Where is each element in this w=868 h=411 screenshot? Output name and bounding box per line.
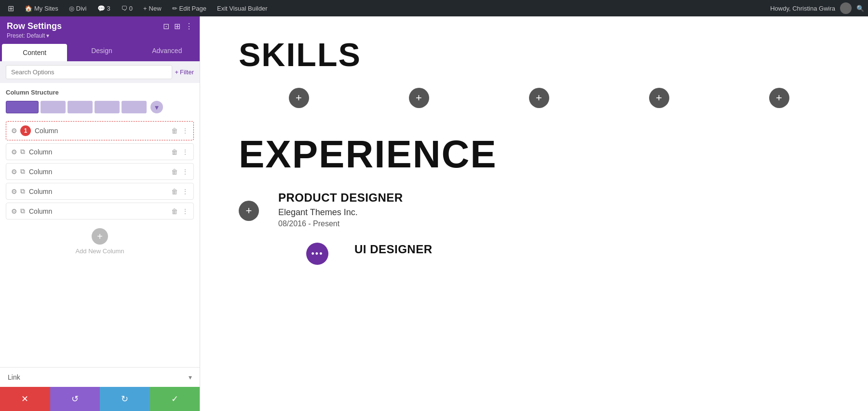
chat-icon: 🗨 [121,5,127,12]
exp-content-col-2: UI DESIGNER [354,243,839,256]
filter-button[interactable]: + Filter [175,68,194,76]
col2-settings-icon[interactable]: ⚙ [11,148,17,156]
undo-button[interactable]: ↺ [50,387,100,411]
col5-settings-icon[interactable]: ⚙ [11,207,17,215]
col4-settings-icon[interactable]: ⚙ [11,188,17,195]
tab-content-label: Content [23,49,46,56]
tab-advanced[interactable]: Advanced [135,42,200,61]
edit-page-item[interactable]: ✏ Edit Page [168,0,210,16]
exp-content-col-1: PRODUCT DESIGNER Elegant Themes Inc. 08/… [278,191,839,243]
tab-content[interactable]: Content [2,44,67,61]
col1-actions: 🗑 ⋮ [171,127,189,135]
col1-badge: 1 [20,125,31,136]
sidebar-header: Row Settings ⊡ ⊞ ⋮ Preset: Default ▾ [0,16,200,42]
add-module-btn-1[interactable]: + [289,88,309,108]
col4-icons: ⚙ ⧉ [11,187,25,195]
col4-delete-icon[interactable]: 🗑 [171,188,178,195]
col5-actions: 🗑 ⋮ [171,207,189,215]
col4-copy-icon[interactable]: ⧉ [20,187,25,195]
add-module-btn-2[interactable]: + [409,88,429,108]
wordpress-icon: ⊞ [8,4,14,13]
layout-more-button[interactable]: ▾ [150,101,163,113]
column-row-1: ⚙ 1 Column 🗑 ⋮ [6,121,194,140]
col4-more-icon[interactable]: ⋮ [182,188,189,195]
sidebar-content: Column Structure ▾ ⚙ 1 Column [0,83,200,367]
search-input[interactable] [6,65,172,79]
sidebar-preset[interactable]: Preset: Default ▾ [7,32,193,39]
exit-builder-item[interactable]: Exit Visual Builder [213,0,271,16]
user-greeting: Howdy, Christina Gwira [770,5,835,12]
comment-pending-item[interactable]: 🗨 0 [117,0,136,16]
add-module-btn-4[interactable]: + [649,88,669,108]
experience-row-1: + PRODUCT DESIGNER Elegant Themes Inc. 0… [239,191,839,243]
confirm-button[interactable]: ✓ [150,387,200,411]
exp-add-module-btn[interactable]: + [239,201,259,221]
col2-delete-icon[interactable]: 🗑 [171,148,178,156]
columns-icon[interactable]: ⊞ [174,22,180,31]
col1-settings-icon[interactable]: ⚙ [11,127,17,135]
admin-bar-right: Howdy, Christina Gwira 🔍 [770,2,864,14]
my-sites-item[interactable]: 🏠 My Sites [21,0,62,16]
wp-icon-item[interactable]: ⊞ [4,0,18,16]
add-module-btn-3[interactable]: + [529,88,549,108]
my-sites-label: My Sites [34,5,58,12]
redo-icon: ↻ [121,394,128,404]
column-structure-section: Column Structure ▾ [6,89,194,113]
exp-company-1: Elegant Themes Inc. [278,207,839,218]
redo-button[interactable]: ↻ [100,387,150,411]
link-section: Link ▾ [0,367,200,387]
col3-delete-icon[interactable]: 🗑 [171,168,178,176]
search-admin-icon[interactable]: 🔍 [856,5,864,12]
user-avatar [840,2,852,14]
col5-icons: ⚙ ⧉ [11,207,25,215]
layout-2col-button[interactable] [41,101,66,113]
link-header[interactable]: Link ▾ [8,373,192,381]
edit-page-label: Edit Page [179,5,206,12]
col2-more-icon[interactable]: ⋮ [182,148,189,156]
col5-more-icon[interactable]: ⋮ [182,207,189,215]
search-area: + Filter [0,61,200,83]
pencil-icon: ✏ [172,5,177,12]
sidebar-header-icons: ⊡ ⊞ ⋮ [163,22,193,31]
add-module-btn-5[interactable]: + [769,88,789,108]
col2-copy-icon[interactable]: ⧉ [20,148,25,156]
more-icon[interactable]: ⋮ [185,22,193,31]
floating-dot: ••• [306,243,328,265]
col3-settings-icon[interactable]: ⚙ [11,168,17,176]
skills-modules-row: + + + + + [239,88,839,108]
exp-add-col-1: + [239,191,259,221]
col3-label: Column [29,168,171,176]
col5-copy-icon[interactable]: ⧉ [20,207,25,215]
layout-3col-button[interactable] [68,101,93,113]
layout-1col-button[interactable] [6,101,39,113]
comments-item[interactable]: 💬 3 [94,0,114,16]
cancel-icon: ✕ [21,394,28,404]
exp-date-1: 08/2016 - Present [278,219,839,228]
col3-copy-icon[interactable]: ⧉ [20,167,25,176]
col1-delete-icon[interactable]: 🗑 [171,127,178,135]
divi-item[interactable]: ◎ Divi [65,0,91,16]
layout-5col-button[interactable] [122,101,147,113]
admin-bar: ⊞ 🏠 My Sites ◎ Divi 💬 3 🗨 0 + New ✏ Edit… [0,0,868,16]
preset-label: Preset: Default [7,32,45,39]
col2-actions: 🗑 ⋮ [171,148,189,156]
experience-row-2: ••• UI DESIGNER [239,243,839,256]
column-row-5: ⚙ ⧉ Column 🗑 ⋮ [6,203,194,219]
resize-icon[interactable]: ⊡ [163,22,169,31]
dot-dots: ••• [312,249,324,259]
filter-plus-icon: + [175,68,179,76]
new-item[interactable]: + New [139,0,165,16]
col2-label: Column [29,148,171,156]
link-chevron-icon: ▾ [189,373,192,381]
col5-delete-icon[interactable]: 🗑 [171,207,178,215]
experience-section: EXPERIENCE + PRODUCT DESIGNER Elegant Th… [239,132,839,256]
add-column-button[interactable]: + [92,228,108,245]
tab-design[interactable]: Design [69,42,134,61]
cancel-button[interactable]: ✕ [0,387,50,411]
col1-more-icon[interactable]: ⋮ [182,127,189,135]
exit-builder-label: Exit Visual Builder [217,5,268,12]
col2-icons: ⚙ ⧉ [11,148,25,156]
bubble-icon: 💬 [97,5,105,12]
layout-4col-button[interactable] [95,101,120,113]
col3-more-icon[interactable]: ⋮ [182,168,189,176]
